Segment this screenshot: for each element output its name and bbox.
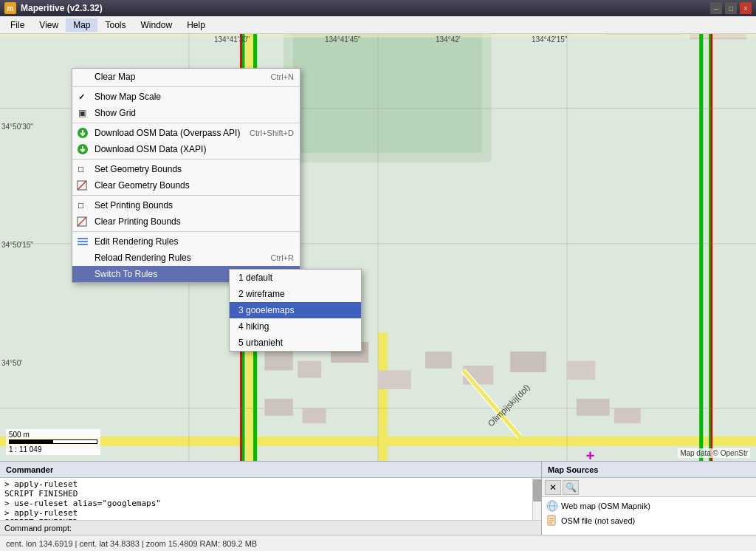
rule-default[interactable]: 1 default xyxy=(230,270,361,286)
commander-output: > apply-ruleset SCRIPT FINISHED > use-ru… xyxy=(0,478,541,520)
scale-ratio: 1 : 11 049 xyxy=(9,445,97,454)
svg-rect-48 xyxy=(78,241,88,242)
clear-geometry-icon xyxy=(77,180,87,193)
maximize-button[interactable]: □ xyxy=(725,2,737,14)
close-button[interactable]: × xyxy=(740,2,752,14)
status-bar: cent. lon 134.6919 | cent. lat 34.8383 |… xyxy=(0,535,756,551)
svg-rect-34 xyxy=(577,399,610,416)
svg-rect-24 xyxy=(264,352,292,371)
svg-rect-49 xyxy=(78,244,88,245)
download-xapi-label: Download OSM Data (XAPI) xyxy=(94,144,206,154)
clear-map-shortcut: Ctrl+N xyxy=(271,72,294,81)
web-map-icon xyxy=(546,500,558,512)
show-grid-icon: ▣ xyxy=(78,108,86,118)
separator-3 xyxy=(72,159,300,160)
menu-clear-map[interactable]: Clear Map Ctrl+N xyxy=(72,69,300,85)
menubar: File View Map Tools Window Help xyxy=(0,16,756,34)
app-logo: m xyxy=(4,2,16,14)
output-line-3: > use-ruleset alias="googlemaps" xyxy=(4,499,537,508)
menu-clear-geometry[interactable]: Clear Geometry Bounds xyxy=(72,177,300,194)
set-geometry-icon: □ xyxy=(78,164,83,174)
panels: Commander > apply-ruleset SCRIPT FINISHE… xyxy=(0,461,756,535)
svg-rect-28 xyxy=(425,352,452,369)
menu-view[interactable]: View xyxy=(32,18,66,32)
coord-label-1: 134°41'30" xyxy=(214,35,250,44)
menu-clear-printing[interactable]: Clear Printing Bounds xyxy=(72,213,300,230)
switch-rules-submenu: 1 default 2 wireframe 3 gooelemaps 4 hik… xyxy=(229,269,362,352)
svg-rect-15 xyxy=(699,34,703,461)
scale-bar-line xyxy=(9,439,97,444)
menu-edit-rules[interactable]: Edit Rendering Rules xyxy=(72,233,300,250)
coord-label-3: 134°42' xyxy=(436,35,461,44)
coord-label-4: 134°42'15" xyxy=(532,35,567,44)
clear-printing-label: Clear Printing Bounds xyxy=(94,216,181,227)
source-osm-file[interactable]: OSM file (not saved) xyxy=(543,513,755,528)
minimize-button[interactable]: – xyxy=(710,2,722,14)
output-line-2: SCRIPT FINISHED xyxy=(4,489,537,499)
download-overpass-icon xyxy=(77,127,89,141)
map-credit: Map data © OpenStr xyxy=(678,448,750,458)
map-sources-panel: Map Sources ✕ 🔍 Web map (OSM Mapnik) xyxy=(542,462,756,535)
coord-label-left-2: 34°50'15" xyxy=(1,241,33,249)
output-line-5: SCRIPT FINISHED xyxy=(4,518,537,520)
coord-label-left-1: 34°50'30" xyxy=(1,123,33,131)
svg-rect-32 xyxy=(264,399,292,416)
svg-rect-27 xyxy=(378,370,411,389)
show-scale-check: ✓ xyxy=(78,92,85,102)
svg-rect-3 xyxy=(293,34,482,153)
commander-scrollbar[interactable] xyxy=(532,478,541,520)
separator-4 xyxy=(72,195,300,196)
source-web-map[interactable]: Web map (OSM Mapnik) xyxy=(543,499,755,513)
separator-1 xyxy=(72,86,300,87)
command-prompt-label: Command prompt: xyxy=(4,524,72,533)
svg-rect-33 xyxy=(303,408,326,423)
scale-label: 500 m xyxy=(9,431,97,439)
menu-show-grid[interactable]: ▣ Show Grid xyxy=(72,105,300,121)
commander-tab[interactable]: Commander xyxy=(0,462,541,478)
svg-rect-47 xyxy=(78,238,88,239)
menu-help[interactable]: Help xyxy=(179,18,213,32)
menu-reload-rules[interactable]: Reload Rendering Rules Ctrl+R xyxy=(72,250,300,266)
svg-rect-35 xyxy=(614,408,641,423)
search-source-button[interactable]: 🔍 xyxy=(563,480,579,495)
delete-source-button[interactable]: ✕ xyxy=(545,480,561,495)
map-sources-list: Web map (OSM Mapnik) OSM file (not saved… xyxy=(542,497,756,535)
menu-set-printing[interactable]: □ Set Printing Bounds xyxy=(72,197,300,213)
show-grid-label: Show Grid xyxy=(94,108,136,118)
menu-window[interactable]: Window xyxy=(134,18,180,32)
map-dropdown-menu: Clear Map Ctrl+N ✓ Show Map Scale ▣ Show… xyxy=(72,68,300,283)
menu-show-map-scale[interactable]: ✓ Show Map Scale xyxy=(72,89,300,105)
menu-download-overpass[interactable]: Download OSM Data (Overpass API) Ctrl+Sh… xyxy=(72,125,300,141)
menu-tools[interactable]: Tools xyxy=(97,18,133,32)
set-printing-icon: □ xyxy=(78,200,83,211)
menu-file[interactable]: File xyxy=(3,18,32,32)
svg-rect-30 xyxy=(510,352,546,372)
coord-label-left-3: 34°50' xyxy=(1,359,22,367)
menu-map[interactable]: Map xyxy=(66,18,97,32)
command-input[interactable] xyxy=(72,524,537,533)
scroll-thumb xyxy=(533,479,541,502)
osm-file-label: OSM file (not saved) xyxy=(561,516,635,525)
rule-wireframe[interactable]: 2 wireframe xyxy=(230,286,361,302)
rule-hiking[interactable]: 4 hiking xyxy=(230,318,361,335)
map-container: + + Olimpijskij(dol) 134°41'30" 134°41'4… xyxy=(0,34,756,461)
rule-googlemaps[interactable]: 3 gooelemaps xyxy=(230,302,361,318)
show-scale-label: Show Map Scale xyxy=(94,92,161,102)
rule-urbanight[interactable]: 5 urbanieht xyxy=(230,335,361,351)
output-line-4: > apply-ruleset xyxy=(4,508,537,518)
output-line-1: > apply-ruleset xyxy=(4,479,537,489)
clear-geometry-label: Clear Geometry Bounds xyxy=(94,180,190,191)
reload-rules-shortcut: Ctrl+R xyxy=(271,253,294,262)
map-sources-tab[interactable]: Map Sources xyxy=(542,462,756,478)
titlebar-controls[interactable]: – □ × xyxy=(710,2,752,14)
edit-rules-icon xyxy=(77,236,89,250)
titlebar-left: m Maperitive (v2.3.32) xyxy=(4,2,103,14)
map-sources-toolbar: ✕ 🔍 xyxy=(542,478,756,497)
separator-5 xyxy=(72,231,300,232)
menu-download-xapi[interactable]: Download OSM Data (XAPI) xyxy=(72,141,300,157)
status-text: cent. lon 134.6919 | cent. lat 34.8383 |… xyxy=(6,539,257,548)
svg-line-46 xyxy=(78,217,86,226)
edit-rules-label: Edit Rendering Rules xyxy=(94,236,178,247)
reload-rules-label: Reload Rendering Rules xyxy=(94,253,191,263)
menu-set-geometry[interactable]: □ Set Geometry Bounds xyxy=(72,161,300,177)
